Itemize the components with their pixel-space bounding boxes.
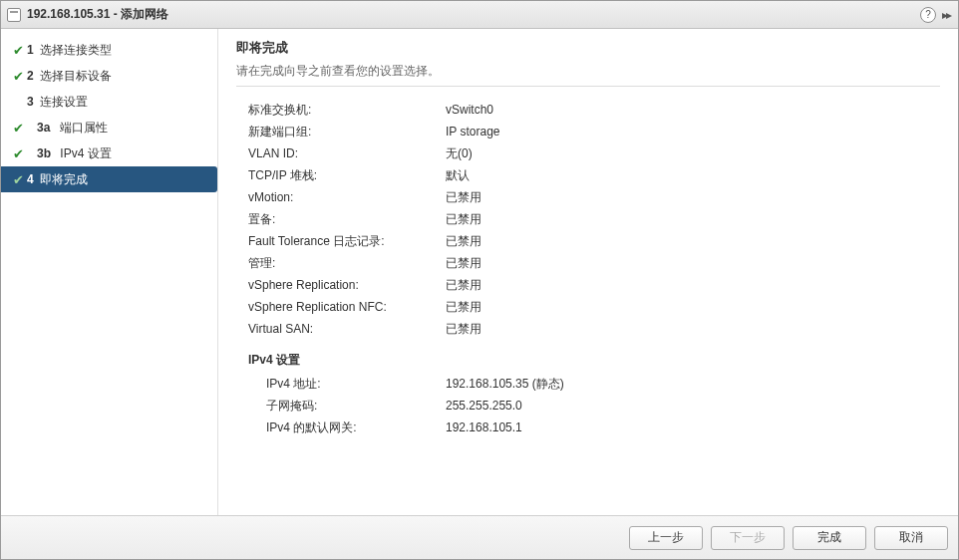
summary-key: IPv4 地址: bbox=[236, 375, 446, 393]
summary-row: 管理:已禁用 bbox=[236, 254, 940, 272]
summary-key: vSphere Replication: bbox=[236, 276, 446, 294]
step-label: IPv4 设置 bbox=[60, 146, 111, 160]
cancel-button[interactable]: 取消 bbox=[874, 526, 948, 550]
step-num: 1 bbox=[27, 43, 34, 57]
summary-value: 192.168.105.1 bbox=[446, 419, 522, 436]
divider bbox=[236, 86, 940, 87]
summary-row: vSphere Replication:已禁用 bbox=[236, 276, 940, 294]
summary-row: 标准交换机:vSwitch0 bbox=[236, 101, 940, 119]
step-num: 3 bbox=[27, 95, 34, 109]
step-num: 4 bbox=[27, 172, 34, 186]
summary-key: Virtual SAN: bbox=[236, 320, 446, 338]
summary-key: vSphere Replication NFC: bbox=[236, 298, 446, 316]
summary-row: vMotion:已禁用 bbox=[236, 188, 940, 206]
step-3[interactable]: ✔ 3连接设置 bbox=[1, 89, 217, 115]
summary-value: 已禁用 bbox=[446, 232, 481, 250]
finish-button[interactable]: 完成 bbox=[793, 526, 866, 550]
summary-value: 已禁用 bbox=[446, 188, 481, 206]
step-label: 选择目标设备 bbox=[40, 69, 112, 83]
wizard-sidebar: ✔ 1选择连接类型 ✔ 2选择目标设备 ✔ 3连接设置 ✔ 3a 端口属性 ✔ … bbox=[1, 29, 218, 515]
summary-key: 管理: bbox=[236, 254, 446, 272]
check-icon: ✔ bbox=[9, 67, 27, 85]
summary-row: vSphere Replication NFC:已禁用 bbox=[236, 298, 940, 316]
summary-key: VLAN ID: bbox=[236, 144, 446, 162]
summary-key: Fault Tolerance 日志记录: bbox=[236, 232, 446, 250]
step-num: 2 bbox=[27, 69, 34, 83]
wizard-content: 即将完成 请在完成向导之前查看您的设置选择。 标准交换机:vSwitch0 新建… bbox=[218, 29, 958, 515]
summary-value: 无(0) bbox=[446, 144, 473, 162]
dialog-body: ✔ 1选择连接类型 ✔ 2选择目标设备 ✔ 3连接设置 ✔ 3a 端口属性 ✔ … bbox=[1, 29, 958, 515]
summary-value: 已禁用 bbox=[446, 298, 481, 316]
summary-row: Virtual SAN:已禁用 bbox=[236, 320, 940, 338]
summary-value: 192.168.105.35 (静态) bbox=[446, 375, 564, 393]
summary-value: 已禁用 bbox=[446, 210, 481, 228]
back-button[interactable]: 上一步 bbox=[629, 526, 703, 550]
dialog-title: 192.168.105.31 - 添加网络 bbox=[27, 6, 168, 23]
step-4[interactable]: ✔ 4即将完成 bbox=[1, 166, 217, 192]
summary-value: 255.255.255.0 bbox=[446, 397, 522, 415]
check-icon: ✔ bbox=[9, 170, 27, 188]
step-1[interactable]: ✔ 1选择连接类型 bbox=[1, 37, 217, 63]
summary-row: IPv4 的默认网关:192.168.105.1 bbox=[236, 419, 940, 436]
summary-key: 子网掩码: bbox=[236, 397, 446, 415]
page-subtitle: 请在完成向导之前查看您的设置选择。 bbox=[236, 63, 940, 80]
check-icon: ✔ bbox=[9, 41, 27, 59]
summary-value: 已禁用 bbox=[446, 254, 481, 272]
summary-key: 新建端口组: bbox=[236, 123, 446, 140]
summary-key: vMotion: bbox=[236, 188, 446, 206]
wizard-dialog: 192.168.105.31 - 添加网络 ? ▸▸ ✔ 1选择连接类型 ✔ 2… bbox=[0, 0, 959, 560]
next-button: 下一步 bbox=[711, 526, 785, 550]
summary-row: Fault Tolerance 日志记录:已禁用 bbox=[236, 232, 940, 250]
summary-value: IP storage bbox=[446, 123, 499, 140]
step-label: 选择连接类型 bbox=[40, 43, 112, 57]
step-3b[interactable]: ✔ 3b IPv4 设置 bbox=[1, 140, 217, 166]
step-num: 3b bbox=[37, 146, 51, 160]
summary-key: 标准交换机: bbox=[236, 101, 446, 119]
step-num: 3a bbox=[37, 121, 50, 135]
summary-value: vSwitch0 bbox=[446, 101, 493, 119]
check-icon: ✔ bbox=[9, 119, 27, 137]
summary-key: 置备: bbox=[236, 210, 446, 228]
summary-key: IPv4 的默认网关: bbox=[236, 419, 446, 436]
summary-value: 默认 bbox=[446, 166, 470, 184]
summary-row: TCP/IP 堆栈:默认 bbox=[236, 166, 940, 184]
step-label: 端口属性 bbox=[60, 121, 108, 135]
dialog-footer: 上一步 下一步 完成 取消 bbox=[1, 515, 958, 559]
summary-row: 置备:已禁用 bbox=[236, 210, 940, 228]
summary-row: IPv4 地址:192.168.105.35 (静态) bbox=[236, 375, 940, 393]
step-label: 连接设置 bbox=[40, 95, 88, 109]
summary-key: TCP/IP 堆栈: bbox=[236, 166, 446, 184]
summary-row: VLAN ID:无(0) bbox=[236, 144, 940, 162]
step-3a[interactable]: ✔ 3a 端口属性 bbox=[1, 115, 217, 140]
page-heading: 即将完成 bbox=[236, 39, 940, 57]
step-label: 即将完成 bbox=[40, 172, 88, 186]
summary-row: 子网掩码:255.255.255.0 bbox=[236, 397, 940, 415]
summary-row: 新建端口组:IP storage bbox=[236, 123, 940, 140]
expand-icon[interactable]: ▸▸ bbox=[942, 8, 952, 22]
ipv4-section-header: IPv4 设置 bbox=[248, 352, 940, 369]
check-icon: ✔ bbox=[9, 144, 27, 162]
step-2[interactable]: ✔ 2选择目标设备 bbox=[1, 63, 217, 89]
summary-value: 已禁用 bbox=[446, 320, 481, 338]
server-icon bbox=[7, 8, 21, 22]
titlebar: 192.168.105.31 - 添加网络 ? ▸▸ bbox=[1, 1, 958, 29]
summary-value: 已禁用 bbox=[446, 276, 481, 294]
help-icon[interactable]: ? bbox=[920, 7, 936, 23]
